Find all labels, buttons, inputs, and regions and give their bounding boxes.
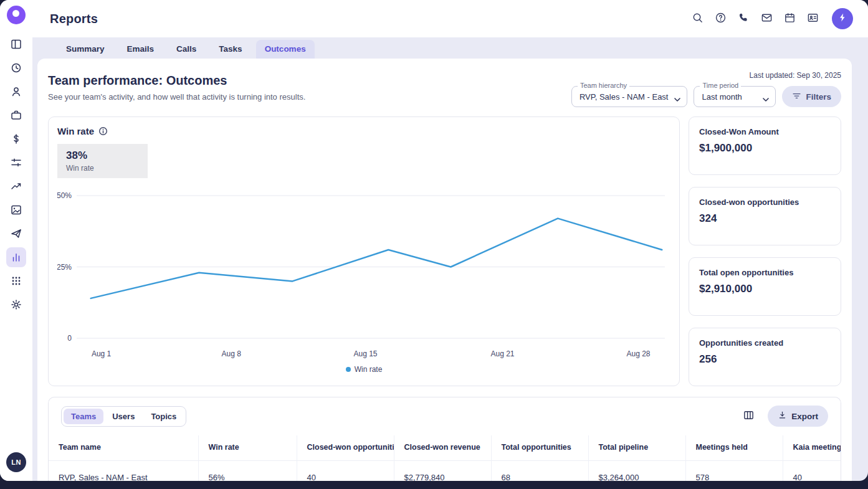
help-icon: [715, 12, 727, 26]
win-rate-title: Win rate: [57, 126, 94, 136]
col-header-kaia-meetings[interactable]: Kaia meetings: [783, 435, 841, 461]
stats-column: Closed-Won Amount $1,900,000 Closed-won …: [689, 116, 841, 386]
sidebar-item-forecast[interactable]: [6, 153, 26, 173]
assistant-button[interactable]: [832, 8, 853, 29]
svg-text:Aug 15: Aug 15: [353, 349, 377, 358]
cell-meetings-held: 578: [685, 461, 783, 482]
sidebar-item-apps[interactable]: [6, 271, 26, 291]
table-segment-control: Teams Users Topics: [61, 406, 186, 427]
cell-team-name: RVP, Sales - NAM - East: [49, 461, 198, 482]
time-period-label: Time period: [700, 82, 741, 89]
contacts-button[interactable]: [806, 12, 819, 25]
col-header-meetings-held[interactable]: Meetings held: [685, 435, 783, 461]
svg-text:50%: 50%: [57, 191, 72, 200]
sidebar-item-dashboard[interactable]: [6, 34, 26, 54]
svg-text:0: 0: [67, 334, 72, 343]
table-header-row: Team name Win rate Closed-won opportunit…: [49, 435, 841, 461]
win-rate-value: 38%: [66, 150, 139, 162]
page-title: Team performance: Outcomes: [48, 74, 305, 88]
table-scroll-area[interactable]: Team name Win rate Closed-won opportunit…: [49, 435, 841, 481]
col-header-closed-won-revenue[interactable]: Closed-won revenue: [394, 435, 491, 461]
cell-closed-won-revenue: $2,779,840: [394, 461, 491, 482]
sidebar-item-history[interactable]: [6, 58, 26, 78]
sidebar-item-trends[interactable]: [6, 176, 26, 196]
stat-card-open-opps: Total open opportunities $2,910,000: [689, 257, 841, 316]
stat-label: Closed-won opportunities: [699, 197, 831, 207]
gear-icon: [10, 298, 22, 311]
tab-outcomes[interactable]: Outcomes: [256, 40, 315, 59]
col-header-team-name[interactable]: Team name: [49, 435, 198, 461]
tab-emails[interactable]: Emails: [118, 40, 163, 59]
sidebar-item-engage[interactable]: [6, 224, 26, 244]
legend-dot: [346, 367, 351, 372]
sidebar-item-reports[interactable]: [6, 247, 26, 267]
user-avatar[interactable]: LN: [6, 452, 26, 472]
segment-topics[interactable]: Topics: [143, 409, 184, 424]
svg-text:Aug 8: Aug 8: [222, 349, 242, 358]
stat-label: Closed-Won Amount: [699, 127, 831, 136]
gong-logo[interactable]: [7, 6, 26, 24]
filters-label: Filters: [806, 92, 831, 102]
export-button[interactable]: Export: [768, 406, 828, 427]
person-icon: [10, 85, 22, 98]
svg-text:25%: 25%: [57, 263, 72, 272]
main-card: Team performance: Outcomes See your team…: [37, 59, 852, 481]
stat-label: Opportunities created: [699, 338, 831, 348]
mail-icon: [761, 12, 773, 26]
legend-label: Win rate: [355, 365, 383, 374]
tab-calls[interactable]: Calls: [168, 40, 205, 59]
col-header-win-rate[interactable]: Win rate: [198, 435, 297, 461]
breakdown-table-card: Teams Users Topics Export: [48, 397, 841, 481]
left-sidebar: LN: [0, 0, 32, 481]
win-rate-summary-stat: 38% Win rate: [57, 144, 148, 178]
sidebar-item-deals[interactable]: [6, 105, 26, 125]
svg-text:Aug 21: Aug 21: [490, 349, 514, 358]
dollar-icon: [10, 133, 22, 145]
sidebar-nav: [6, 34, 26, 315]
emails-button[interactable]: [760, 12, 773, 25]
segment-teams[interactable]: Teams: [64, 409, 103, 424]
col-header-total-pipeline[interactable]: Total pipeline: [588, 435, 685, 461]
sidebar-item-revenue[interactable]: [6, 129, 26, 149]
cell-total-pipeline: $3,264,000: [588, 461, 685, 482]
last-updated: Last updated: Sep 30, 2025: [750, 71, 841, 80]
report-tabs: Summary Emails Calls Tasks Outcomes: [32, 37, 868, 59]
tab-tasks[interactable]: Tasks: [210, 40, 250, 59]
help-button[interactable]: [714, 12, 727, 25]
cell-kaia-meetings: 40: [783, 461, 841, 482]
win-rate-label: Win rate: [66, 164, 139, 173]
card-header: Team performance: Outcomes See your team…: [48, 74, 841, 107]
info-icon[interactable]: [98, 126, 108, 136]
download-icon: [778, 411, 787, 422]
calls-button[interactable]: [737, 12, 750, 25]
columns-icon: [743, 409, 755, 424]
topbar-actions: [691, 8, 853, 29]
insights-icon: [10, 204, 22, 216]
team-hierarchy-select[interactable]: Team hierarchy RVP, Sales - NAM - East: [571, 86, 688, 107]
sliders-icon: [10, 156, 22, 169]
stat-value: $2,910,000: [699, 283, 831, 295]
export-label: Export: [791, 412, 818, 421]
apps-grid-icon: [10, 275, 22, 287]
sidebar-item-settings[interactable]: [6, 295, 26, 315]
team-hierarchy-label: Team hierarchy: [578, 82, 629, 89]
title-block: Team performance: Outcomes See your team…: [48, 74, 305, 102]
sidebar-item-people[interactable]: [6, 82, 26, 102]
filters-button[interactable]: Filters: [782, 86, 841, 107]
time-period-value: Last month: [702, 92, 742, 102]
calendar-button[interactable]: [783, 12, 796, 25]
chart-legend: Win rate: [57, 365, 670, 374]
bar-chart-icon: [10, 251, 22, 263]
sidebar-item-insights[interactable]: [6, 200, 26, 220]
search-button[interactable]: [691, 12, 703, 25]
lightning-icon: [837, 12, 847, 25]
column-picker-button[interactable]: [738, 406, 759, 427]
segment-users[interactable]: Users: [105, 409, 142, 424]
win-rate-card: Win rate 38% Win rate 50%25%0Aug 1Aug 8A…: [48, 116, 680, 386]
stat-value: $1,900,000: [699, 142, 831, 154]
col-header-total-opps[interactable]: Total opportunities: [491, 435, 588, 461]
col-header-closed-won-opps[interactable]: Closed-won opportunities: [297, 435, 394, 461]
time-period-select[interactable]: Time period Last month: [694, 86, 776, 107]
table-row[interactable]: RVP, Sales - NAM - East 56% 40 $2,779,84…: [49, 461, 841, 482]
tab-summary[interactable]: Summary: [57, 40, 113, 59]
